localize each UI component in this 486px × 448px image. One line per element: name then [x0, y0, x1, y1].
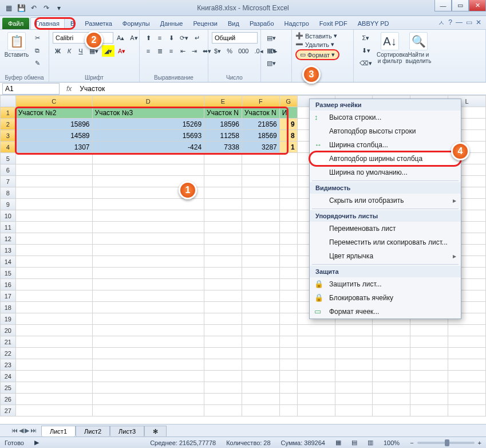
cell[interactable]	[297, 359, 335, 371]
view-normal-button[interactable]: ▦	[335, 439, 341, 446]
currency-button[interactable]: $▾	[212, 45, 223, 57]
bold-button[interactable]: Ж	[53, 45, 63, 57]
cell[interactable]	[373, 394, 410, 405]
cell[interactable]	[92, 245, 204, 256]
cell[interactable]	[335, 359, 373, 371]
comma-button[interactable]: 000	[236, 45, 251, 57]
cut-button[interactable]: ✂	[32, 32, 42, 44]
cell[interactable]	[373, 382, 410, 394]
cell[interactable]	[410, 405, 448, 416]
cell[interactable]: 18596	[204, 119, 242, 130]
cell[interactable]	[373, 325, 410, 336]
cell[interactable]: 7338	[204, 142, 242, 153]
ribbon-min-icon[interactable]: —	[456, 18, 463, 28]
cell[interactable]	[373, 371, 410, 382]
increase-font-button[interactable]: A▴	[114, 32, 127, 44]
cell[interactable]	[242, 268, 279, 279]
align-top-button[interactable]: ⬆	[143, 32, 153, 44]
cell[interactable]	[242, 313, 279, 325]
cell[interactable]	[92, 371, 204, 382]
align-left-button[interactable]: ≡	[143, 45, 153, 57]
row-header[interactable]: 24	[1, 371, 16, 382]
delete-cells-button[interactable]: ➖Удалить▾	[295, 41, 339, 48]
clear-button[interactable]: ⌫▾	[357, 57, 374, 69]
tab-foxit[interactable]: Foxit PDF	[315, 18, 352, 29]
cell[interactable]	[242, 348, 279, 359]
row-header[interactable]: 4	[1, 142, 16, 153]
row-header[interactable]: 11	[1, 222, 16, 233]
cell[interactable]	[279, 245, 297, 256]
tab-data[interactable]: Данные	[156, 18, 188, 29]
row-header[interactable]: 9	[1, 199, 16, 210]
menu-rename-sheet[interactable]: Переименовать лист	[310, 222, 461, 235]
view-layout-button[interactable]: ▤	[351, 439, 357, 446]
zoom-slider[interactable]: − +	[410, 439, 481, 446]
cell[interactable]	[279, 279, 297, 290]
cell[interactable]	[204, 313, 242, 325]
zoom-in-button[interactable]: +	[478, 439, 481, 446]
row-header[interactable]: 6	[1, 164, 16, 176]
cell[interactable]: 8	[279, 130, 297, 142]
insert-cells-button[interactable]: ➕Вставить▾	[295, 32, 339, 40]
select-all-corner[interactable]	[1, 96, 16, 107]
cell[interactable]	[373, 405, 410, 416]
cell[interactable]	[15, 359, 92, 371]
cell[interactable]	[279, 382, 297, 394]
cell[interactable]	[279, 290, 297, 302]
col-header-e[interactable]: E	[204, 96, 242, 107]
cell[interactable]	[204, 187, 242, 199]
row-header[interactable]: 12	[1, 233, 16, 245]
cell[interactable]	[92, 394, 204, 405]
cell[interactable]	[204, 245, 242, 256]
cell[interactable]	[92, 336, 204, 348]
cell[interactable]	[204, 290, 242, 302]
cell[interactable]	[335, 348, 373, 359]
sheet-nav-first[interactable]: ⏮	[11, 427, 18, 434]
save-icon[interactable]: 💾	[16, 3, 26, 13]
cell[interactable]	[279, 153, 297, 164]
cell[interactable]: Участок N	[204, 107, 242, 119]
cell[interactable]	[15, 176, 92, 187]
cell[interactable]	[242, 359, 279, 371]
cell[interactable]	[204, 256, 242, 268]
cell[interactable]	[279, 325, 297, 336]
cell[interactable]	[448, 382, 486, 394]
cell[interactable]: 15269	[92, 119, 204, 130]
cell[interactable]	[335, 325, 373, 336]
cell[interactable]: 14589	[15, 130, 92, 142]
cell[interactable]	[15, 268, 92, 279]
cell[interactable]	[15, 279, 92, 290]
cell[interactable]	[15, 290, 92, 302]
cell[interactable]	[92, 256, 204, 268]
menu-tab-color[interactable]: Цвет ярлычка	[310, 249, 461, 263]
row-header[interactable]: 17	[1, 290, 16, 302]
menu-row-height[interactable]: ↕Высота строки...	[310, 111, 461, 124]
tab-file[interactable]: Файл	[2, 18, 29, 29]
row-header[interactable]: 23	[1, 359, 16, 371]
row-header[interactable]: 26	[1, 394, 16, 405]
cell[interactable]	[242, 210, 279, 222]
row-header[interactable]: 2	[1, 119, 16, 130]
row-header[interactable]: 20	[1, 325, 16, 336]
qat-more-icon[interactable]: ▾	[54, 3, 64, 13]
zoom-track[interactable]	[417, 442, 475, 444]
cell[interactable]	[15, 199, 92, 210]
zoom-knob[interactable]	[445, 439, 449, 446]
cell[interactable]	[204, 382, 242, 394]
cell[interactable]	[15, 371, 92, 382]
cell[interactable]	[448, 336, 486, 348]
cell[interactable]	[15, 313, 92, 325]
cell[interactable]	[92, 199, 204, 210]
row-header[interactable]: 15	[1, 268, 16, 279]
autosum-button[interactable]: Σ▾	[357, 32, 374, 44]
cell[interactable]	[242, 222, 279, 233]
cell[interactable]	[279, 394, 297, 405]
cell[interactable]	[92, 359, 204, 371]
cell[interactable]	[279, 199, 297, 210]
cell[interactable]: 18569	[242, 130, 279, 142]
cell[interactable]	[92, 290, 204, 302]
row-header[interactable]: 19	[1, 313, 16, 325]
menu-autofit-column-width[interactable]: Автоподбор ширины столбца	[310, 152, 461, 166]
zoom-out-button[interactable]: −	[410, 439, 413, 446]
cell[interactable]	[297, 336, 335, 348]
